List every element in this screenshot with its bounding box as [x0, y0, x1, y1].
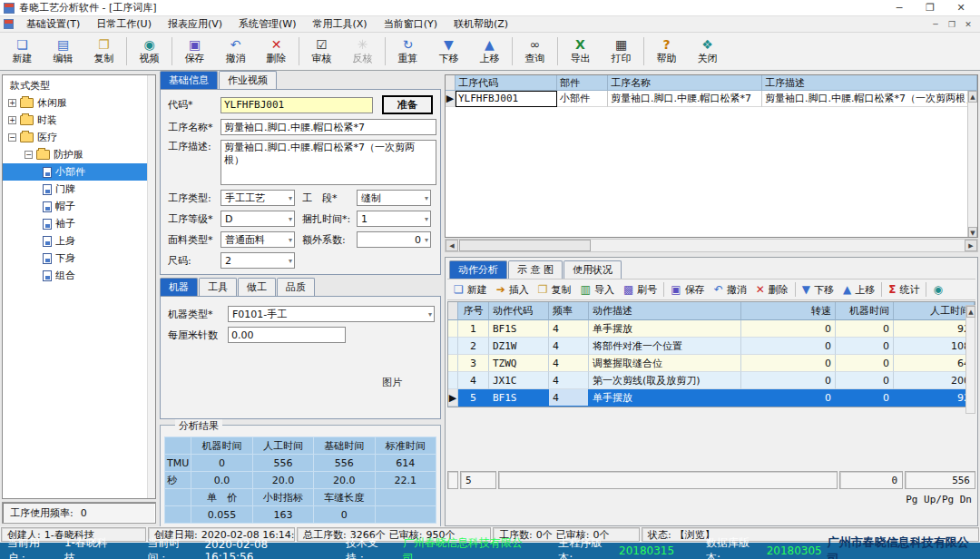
action-save-button[interactable]: ▣保存 — [666, 281, 709, 299]
close-icon[interactable]: ✕ — [946, 2, 976, 14]
tab-action-analysis[interactable]: 动作分析 — [449, 260, 507, 279]
action-row[interactable]: 2 DZ1W 4 将部件对准一个位置 0 0 108 — [448, 338, 975, 355]
save-button[interactable]: ▣保存 — [174, 33, 215, 70]
menu-window[interactable]: 当前窗口(Y) — [376, 17, 446, 31]
process-type-select[interactable]: 手工工艺▾ — [220, 190, 295, 206]
action-statistics-button[interactable]: Σ统计 — [884, 281, 924, 299]
tab-basic-info[interactable]: 基础信息 — [160, 71, 218, 89]
video-button[interactable]: ◉视频 — [129, 33, 170, 70]
machine-type-select[interactable]: F0101-手工▾ — [228, 306, 435, 322]
tree-item-sleeve[interactable]: 袖子 — [3, 215, 155, 232]
menu-reports[interactable]: 报表应用(V) — [160, 17, 230, 31]
action-new-button[interactable]: ❏新建 — [449, 281, 492, 299]
child-restore-icon[interactable]: ❐ — [944, 20, 960, 29]
action-move-up-button[interactable]: ▲上移 — [838, 281, 879, 299]
tab-machine[interactable]: 机器 — [160, 278, 198, 296]
scroll-left-icon[interactable]: ◀ — [446, 240, 458, 251]
expand-icon[interactable]: + — [8, 99, 16, 107]
tree-item-medical[interactable]: −医疗 — [3, 129, 155, 146]
prepare-button[interactable]: 准备 — [382, 95, 433, 114]
action-undo-button[interactable]: ↶撤消 — [710, 281, 751, 299]
audit-button[interactable]: ☑审核 — [301, 33, 342, 70]
scroll-up-icon[interactable]: ▲ — [968, 91, 977, 103]
tab-work-video[interactable]: 作业视频 — [219, 71, 277, 89]
minimize-icon[interactable]: ─ — [884, 2, 915, 14]
action-delete-button[interactable]: ✕删除 — [751, 281, 793, 299]
action-copy-button[interactable]: ❐复制 — [534, 281, 576, 299]
move-down-button[interactable]: ▼下移 — [428, 33, 469, 70]
tab-quality[interactable]: 品质 — [277, 278, 315, 296]
tree-item-small-parts[interactable]: 小部件 — [3, 163, 155, 181]
tab-sketch[interactable]: 示 意 图 — [508, 260, 563, 279]
menu-basic-settings[interactable]: 基础设置(T) — [18, 17, 88, 31]
action-import-button[interactable]: ▥导入 — [576, 281, 619, 299]
tree-scrollbar[interactable] — [147, 75, 155, 498]
delete-button[interactable]: ✕删除 — [256, 33, 297, 70]
basic-info-form: 代码* YLFHFBJ001 准备 工序名称* 剪量袖口.脚口.中腰.帽口松紧*… — [160, 89, 441, 275]
action-row-selected[interactable]: ▶ 5 BF1S 4 单手摆放 0 0 92 — [448, 389, 975, 407]
code-input[interactable]: YLFHFBJ001 — [220, 97, 373, 113]
size-select[interactable]: 2▾ — [220, 252, 295, 269]
print-button[interactable]: ▦打印 — [601, 33, 642, 70]
stitch-density-input[interactable]: 0.00 — [228, 327, 346, 343]
exit-button[interactable]: ❖关闭 — [687, 33, 728, 70]
scroll-down-icon[interactable]: ▼ — [968, 227, 977, 238]
help-button[interactable]: ?帮助 — [646, 33, 687, 70]
action-row[interactable]: 4 JX1C 4 第一次剪线(取及放剪刀) 0 0 200 — [448, 372, 975, 389]
tab-usage-status[interactable]: 使用状况 — [564, 260, 622, 279]
bundle-time-select[interactable]: 1▾ — [357, 211, 431, 227]
child-close-icon[interactable]: ✕ — [960, 20, 976, 29]
tree-item-upper-body[interactable]: 上身 — [3, 232, 155, 250]
segment-select[interactable]: 缝制▾ — [357, 190, 431, 206]
fabric-type-select[interactable]: 普通面料▾ — [220, 231, 295, 248]
restore-icon[interactable]: ❐ — [915, 2, 946, 14]
search-button[interactable]: ∞查询 — [514, 33, 555, 70]
tree-item-casual[interactable]: +休闲服 — [3, 94, 155, 112]
tree-item-hat[interactable]: 帽子 — [3, 198, 155, 215]
new-button[interactable]: ❏新建 — [2, 33, 43, 70]
tree-item-protective[interactable]: −防护服 — [3, 146, 155, 163]
document-icon — [43, 253, 52, 264]
recalculate-button[interactable]: ↻重算 — [387, 33, 428, 70]
menu-help[interactable]: 联机帮助(Z) — [446, 17, 516, 31]
process-desc-input[interactable]: 剪量袖口.脚口.中腰.帽口松紧*7（一次剪两根） — [220, 140, 436, 185]
action-video-button[interactable]: ◉ — [928, 281, 946, 298]
menu-tools[interactable]: 常用工具(X) — [305, 17, 376, 31]
collapse-icon[interactable]: − — [24, 151, 33, 159]
process-name-input[interactable]: 剪量袖口.脚口.中腰.帽口松紧*7 — [220, 119, 436, 135]
tab-workmanship[interactable]: 做工 — [238, 278, 276, 296]
process-table-vscrollbar[interactable]: ▲ ▼ — [967, 91, 977, 238]
edit-button[interactable]: ▤编辑 — [43, 33, 83, 70]
scroll-up-icon[interactable]: ▲ — [966, 306, 975, 318]
action-row[interactable]: 1 BF1S 4 单手摆放 0 0 92 — [448, 320, 975, 338]
action-table-vscrollbar[interactable]: ▲ — [965, 305, 975, 414]
frequency-edit-cell[interactable]: 4 — [549, 389, 589, 407]
scrollbar-thumb[interactable] — [459, 240, 591, 251]
main-version-label: 主程序版本: — [558, 535, 613, 559]
process-code-cell[interactable]: YLFHFBJ001 — [456, 91, 557, 107]
process-table-hscrollbar[interactable]: ◀ ▶ — [445, 239, 978, 252]
child-minimize-icon[interactable]: ─ — [927, 20, 944, 29]
grade-select[interactable]: D▾ — [220, 211, 295, 227]
tree-item-plate[interactable]: 门牌 — [3, 181, 155, 198]
export-button[interactable]: X导出 — [560, 33, 601, 70]
collapse-icon[interactable]: − — [8, 133, 16, 142]
action-insert-button[interactable]: ➔插入 — [492, 281, 534, 299]
analysis-result-table: 机器时间 人工时间 基础时间 标准时间 TMU 0 556 556 614 秒 … — [164, 436, 436, 524]
process-row[interactable]: ▶ YLFHFBJ001 小部件 剪量袖口.脚口.中腰.帽口松紧*7 剪量袖口.… — [446, 91, 977, 107]
tab-tool[interactable]: 工具 — [199, 278, 237, 296]
scroll-right-icon[interactable]: ▶ — [965, 240, 977, 251]
extra-factor-select[interactable]: 0▾ — [357, 231, 431, 248]
undo-button[interactable]: ↶撤消 — [215, 33, 256, 70]
action-move-down-button[interactable]: ▼下移 — [798, 281, 838, 299]
tree-item-combo[interactable]: 组合 — [3, 267, 155, 284]
menu-daily-work[interactable]: 日常工作(U) — [88, 17, 160, 31]
menu-system[interactable]: 系统管理(W) — [230, 17, 304, 31]
action-renumber-button[interactable]: ▩刷号 — [619, 281, 662, 299]
action-row[interactable]: 3 TZWQ 4 调整握取缝合位 0 0 64 — [448, 355, 975, 372]
copy-button[interactable]: ❐复制 — [83, 33, 124, 70]
move-up-button[interactable]: ▲上移 — [469, 33, 510, 70]
tree-item-fashion[interactable]: +时装 — [3, 112, 155, 129]
tree-item-lower-body[interactable]: 下身 — [3, 250, 155, 267]
expand-icon[interactable]: + — [8, 116, 16, 124]
